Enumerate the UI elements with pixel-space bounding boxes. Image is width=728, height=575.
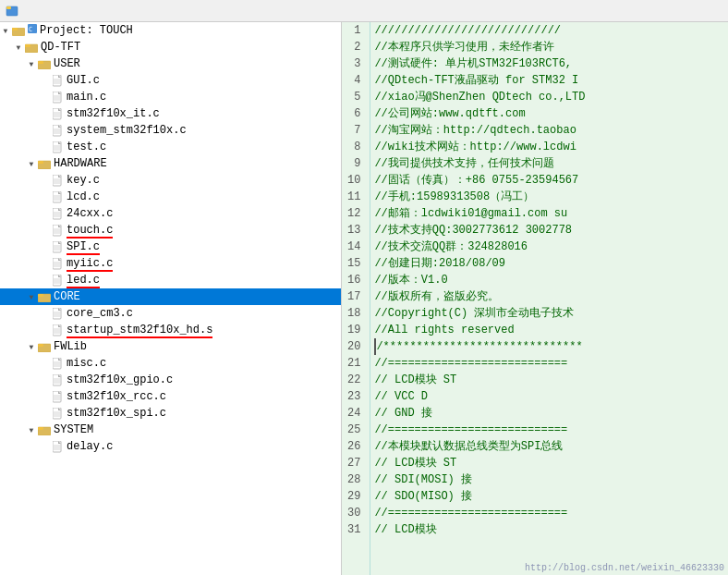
line-number: 20 bbox=[347, 338, 364, 355]
file-icon bbox=[50, 140, 65, 154]
file-label-wrapper: stm32f10x_it.c bbox=[67, 107, 160, 120]
file-label-wrapper: system_stm32f10x.c bbox=[67, 124, 187, 137]
line-number: 21 bbox=[347, 355, 364, 372]
tree-item-startup-s[interactable]: startup_stm32f10x_hd.s bbox=[0, 322, 341, 338]
tree-item-hardware[interactable]: ▼HARDWARE bbox=[0, 155, 341, 172]
code-line: //版权所有，盗版必究。 bbox=[374, 288, 728, 305]
line-number: 12 bbox=[347, 205, 364, 222]
tree-item-test-c[interactable]: test.c bbox=[0, 139, 341, 155]
file-icon bbox=[50, 273, 65, 288]
tree-item-main-c[interactable]: main.c bbox=[0, 89, 341, 105]
tree-item-project[interactable]: ▼CProject: TOUCH bbox=[0, 22, 341, 39]
tree-label: key.c bbox=[67, 174, 100, 187]
code-line: //QDtech-TFT液晶驱动 for STM32 I bbox=[374, 72, 728, 89]
file-label-wrapper: key.c bbox=[67, 174, 100, 187]
line-number: 6 bbox=[347, 105, 364, 122]
code-line: //=========================== bbox=[374, 355, 728, 372]
project-icon bbox=[6, 5, 18, 18]
code-line: // GND 接 bbox=[374, 405, 728, 422]
file-label-wrapper: led.c bbox=[67, 274, 100, 287]
svg-rect-9 bbox=[38, 61, 43, 64]
tree-item-core[interactable]: ▼CORE bbox=[0, 288, 341, 305]
line-number: 17 bbox=[347, 288, 364, 305]
tree-item-lcd-c[interactable]: lcd.c bbox=[0, 189, 341, 205]
code-line: //本模块默认数据总线类型为SPI总线 bbox=[374, 438, 728, 455]
tree-item-qd-tft[interactable]: ▼QD-TFT bbox=[0, 39, 341, 55]
tree-item-key-c[interactable]: key.c bbox=[0, 172, 341, 189]
tree-item-spi-c[interactable]: SPI.c bbox=[0, 239, 341, 255]
code-line: //固话（传真）：+86 0755-23594567 bbox=[374, 172, 728, 189]
code-line: // VCC D bbox=[374, 388, 728, 405]
file-icon bbox=[50, 256, 65, 271]
tree-label: stm32f10x_rcc.c bbox=[67, 390, 166, 403]
code-line: //All rights reserved bbox=[374, 322, 728, 338]
tree-item-fwlib[interactable]: ▼FWLib bbox=[0, 338, 341, 355]
file-icon bbox=[50, 223, 65, 238]
code-line: //本程序只供学习使用，未经作者许 bbox=[374, 39, 728, 55]
tree-item-stm32f10x_it-c[interactable]: stm32f10x_it.c bbox=[0, 105, 341, 122]
folder-icon bbox=[37, 56, 52, 71]
line-number: 26 bbox=[347, 438, 364, 455]
tree-item-core_cm3-c[interactable]: core_cm3.c bbox=[0, 305, 341, 322]
tree-label: test.c bbox=[67, 141, 106, 153]
line-number: 11 bbox=[347, 189, 364, 205]
code-line: //测试硬件: 单片机STM32F103RCT6, bbox=[374, 55, 728, 72]
file-icon bbox=[50, 239, 65, 254]
tree-item-gui-c[interactable]: GUI.c bbox=[0, 72, 341, 89]
folder-icon bbox=[37, 156, 52, 171]
file-tree-panel[interactable]: ▼CProject: TOUCH▼QD-TFT▼USERGUI.cmain.cs… bbox=[0, 22, 342, 575]
tree-item-24cxx-c[interactable]: 24cxx.c bbox=[0, 205, 341, 222]
tree-label: system_stm32f10x.c bbox=[67, 124, 187, 137]
file-label-wrapper: GUI.c bbox=[67, 74, 100, 87]
tree-item-misc-c[interactable]: misc.c bbox=[0, 355, 341, 372]
svg-rect-1 bbox=[6, 6, 11, 9]
tree-label: Project: TOUCH bbox=[40, 24, 133, 37]
folder-icon bbox=[37, 339, 52, 354]
line-numbers: 1234567891011121314151617181920212223242… bbox=[342, 22, 370, 575]
file-label-wrapper: lcd.c bbox=[67, 190, 100, 203]
file-label-wrapper: stm32f10x_rcc.c bbox=[67, 390, 166, 403]
expand-arrow: ▼ bbox=[0, 25, 11, 36]
code-line: //技术支持QQ:3002773612 3002778 bbox=[374, 222, 728, 239]
tree-item-delay-c[interactable]: delay.c bbox=[0, 438, 341, 455]
line-number: 25 bbox=[347, 422, 364, 438]
expand-arrow: ▼ bbox=[26, 424, 37, 435]
code-line: //手机:15989313508（冯工） bbox=[374, 189, 728, 205]
file-label-wrapper: 24cxx.c bbox=[67, 207, 113, 220]
tree-item-stm32f10x_spi-c[interactable]: stm32f10x_spi.c bbox=[0, 405, 341, 422]
tree-item-myiic-c[interactable]: myiic.c bbox=[0, 255, 341, 272]
svg-text:C: C bbox=[29, 26, 32, 33]
svg-rect-71 bbox=[38, 344, 43, 347]
code-line: //////////////////////////// bbox=[374, 22, 728, 39]
tree-item-user[interactable]: ▼USER bbox=[0, 55, 341, 72]
code-line: //淘宝网站：http://qdtech.taobao bbox=[374, 122, 728, 139]
tree-item-stm32f10x_rcc-c[interactable]: stm32f10x_rcc.c bbox=[0, 388, 341, 405]
code-line: //xiao冯@ShenZhen QDtech co.,LTD bbox=[374, 89, 728, 105]
svg-rect-7 bbox=[25, 44, 30, 47]
file-label-wrapper: core_cm3.c bbox=[67, 307, 133, 320]
line-number: 19 bbox=[347, 322, 364, 338]
tree-label: FWLib bbox=[54, 340, 87, 353]
tree-item-system_stm32f10x-c[interactable]: system_stm32f10x.c bbox=[0, 122, 341, 139]
line-number: 23 bbox=[347, 388, 364, 405]
tree-label: myiic.c bbox=[67, 257, 113, 272]
file-icon bbox=[50, 173, 65, 188]
line-number: 29 bbox=[347, 488, 364, 505]
tree-item-stm32f10x_gpio-c[interactable]: stm32f10x_gpio.c bbox=[0, 372, 341, 388]
code-line: /****************************** bbox=[374, 338, 728, 355]
file-icon bbox=[50, 123, 65, 138]
tree-item-system[interactable]: ▼SYSTEM bbox=[0, 422, 341, 438]
tree-label: core_cm3.c bbox=[67, 307, 133, 320]
file-icon bbox=[50, 323, 65, 337]
code-line: // LCD模块 bbox=[374, 521, 728, 538]
tree-label: SPI.c bbox=[67, 240, 100, 255]
tree-item-led-c[interactable]: led.c bbox=[0, 272, 341, 288]
code-line: //wiki技术网站：http://www.lcdwi bbox=[374, 139, 728, 155]
line-number: 30 bbox=[347, 505, 364, 521]
file-icon bbox=[50, 206, 65, 221]
tree-label: main.c bbox=[67, 91, 106, 104]
expand-arrow: ▼ bbox=[13, 42, 24, 53]
tree-item-touch-c[interactable]: touch.c bbox=[0, 222, 341, 239]
expand-arrow: ▼ bbox=[26, 341, 37, 352]
file-icon bbox=[50, 356, 65, 371]
